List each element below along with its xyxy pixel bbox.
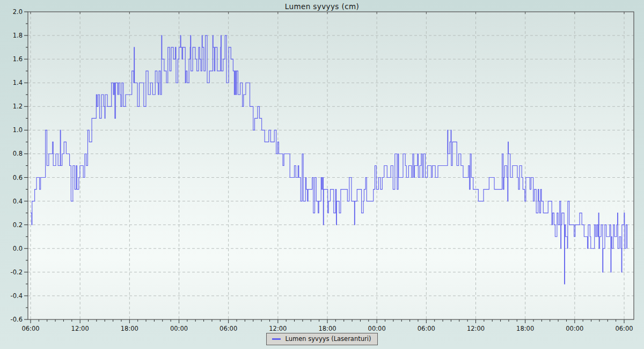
- x-tick-label: 00:00: [170, 325, 188, 332]
- x-tick-label: 12:00: [71, 325, 89, 332]
- plot-background: [28, 12, 634, 319]
- y-tick-label: -0.4: [11, 292, 23, 300]
- x-tick-label: 12:00: [269, 325, 287, 332]
- y-tick-label: 0.2: [13, 221, 23, 229]
- x-tick-label: 06:00: [418, 325, 435, 332]
- y-tick-label: 1.0: [13, 126, 23, 134]
- y-tick-label: 0.8: [13, 150, 23, 157]
- y-tick-label: 1.2: [13, 103, 23, 110]
- y-tick-label: -0.2: [11, 268, 23, 276]
- y-tick-label: 0.0: [13, 245, 23, 252]
- page: { "page": { "title": "Lumen syvyys (cm)"…: [0, 0, 644, 349]
- x-tick-label: 18:00: [121, 325, 138, 332]
- x-tick-label: 00:00: [368, 325, 386, 332]
- legend-label: Lumen syvyys (Laseranturi): [286, 335, 371, 343]
- x-tick-label: 12:00: [467, 325, 485, 332]
- legend: Lumen syvyys (Laseranturi): [0, 333, 644, 346]
- y-tick-label: 2.0: [13, 8, 23, 16]
- legend-line-icon: [272, 338, 281, 340]
- x-tick-label: 06:00: [219, 325, 237, 332]
- chart-canvas: 2.01.81.61.41.21.00.80.60.40.20.0-0.2-0.…: [0, 0, 644, 349]
- legend-box: Lumen syvyys (Laseranturi): [266, 333, 378, 345]
- x-tick-label: 06:00: [21, 325, 39, 332]
- x-tick-label: 00:00: [566, 325, 583, 332]
- y-tick-label: 0.4: [13, 198, 23, 205]
- y-tick-label: 0.6: [13, 174, 23, 181]
- x-tick-label: 18:00: [516, 325, 534, 332]
- y-tick-label: 1.4: [13, 79, 23, 86]
- y-tick-label: 1.6: [13, 55, 23, 63]
- x-tick-label: 06:00: [615, 325, 633, 332]
- y-tick-label: -0.6: [11, 316, 23, 323]
- y-tick-label: 1.8: [13, 32, 23, 39]
- x-tick-label: 18:00: [318, 325, 336, 332]
